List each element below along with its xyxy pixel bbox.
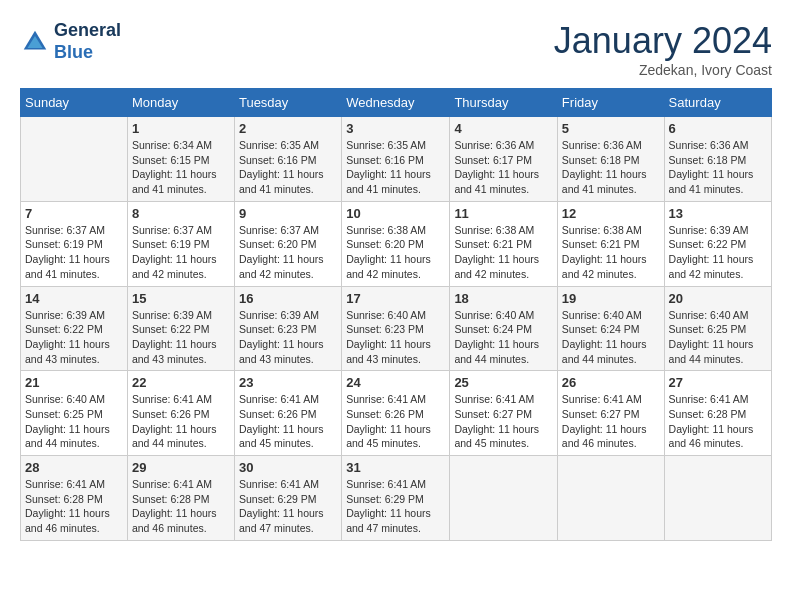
calendar-cell: 16Sunrise: 6:39 AMSunset: 6:23 PMDayligh… bbox=[234, 286, 341, 371]
calendar-cell: 13Sunrise: 6:39 AMSunset: 6:22 PMDayligh… bbox=[664, 201, 771, 286]
day-header-tuesday: Tuesday bbox=[234, 89, 341, 117]
logo: General Blue bbox=[20, 20, 121, 63]
calendar-cell: 8Sunrise: 6:37 AMSunset: 6:19 PMDaylight… bbox=[127, 201, 234, 286]
day-info: Sunrise: 6:37 AMSunset: 6:19 PMDaylight:… bbox=[132, 223, 230, 282]
week-row-2: 7Sunrise: 6:37 AMSunset: 6:19 PMDaylight… bbox=[21, 201, 772, 286]
calendar-cell: 26Sunrise: 6:41 AMSunset: 6:27 PMDayligh… bbox=[557, 371, 664, 456]
day-header-sunday: Sunday bbox=[21, 89, 128, 117]
calendar-cell: 23Sunrise: 6:41 AMSunset: 6:26 PMDayligh… bbox=[234, 371, 341, 456]
calendar-cell: 18Sunrise: 6:40 AMSunset: 6:24 PMDayligh… bbox=[450, 286, 557, 371]
day-number: 14 bbox=[25, 291, 123, 306]
day-info: Sunrise: 6:41 AMSunset: 6:27 PMDaylight:… bbox=[562, 392, 660, 451]
day-info: Sunrise: 6:37 AMSunset: 6:19 PMDaylight:… bbox=[25, 223, 123, 282]
day-info: Sunrise: 6:37 AMSunset: 6:20 PMDaylight:… bbox=[239, 223, 337, 282]
day-number: 26 bbox=[562, 375, 660, 390]
calendar-cell: 3Sunrise: 6:35 AMSunset: 6:16 PMDaylight… bbox=[342, 117, 450, 202]
week-row-5: 28Sunrise: 6:41 AMSunset: 6:28 PMDayligh… bbox=[21, 456, 772, 541]
day-info: Sunrise: 6:41 AMSunset: 6:28 PMDaylight:… bbox=[25, 477, 123, 536]
calendar-cell: 31Sunrise: 6:41 AMSunset: 6:29 PMDayligh… bbox=[342, 456, 450, 541]
day-info: Sunrise: 6:38 AMSunset: 6:21 PMDaylight:… bbox=[454, 223, 552, 282]
day-info: Sunrise: 6:39 AMSunset: 6:22 PMDaylight:… bbox=[132, 308, 230, 367]
calendar-cell: 17Sunrise: 6:40 AMSunset: 6:23 PMDayligh… bbox=[342, 286, 450, 371]
day-info: Sunrise: 6:40 AMSunset: 6:23 PMDaylight:… bbox=[346, 308, 445, 367]
day-info: Sunrise: 6:40 AMSunset: 6:24 PMDaylight:… bbox=[454, 308, 552, 367]
day-info: Sunrise: 6:40 AMSunset: 6:25 PMDaylight:… bbox=[25, 392, 123, 451]
calendar-cell: 14Sunrise: 6:39 AMSunset: 6:22 PMDayligh… bbox=[21, 286, 128, 371]
calendar-cell bbox=[21, 117, 128, 202]
day-number: 15 bbox=[132, 291, 230, 306]
day-info: Sunrise: 6:40 AMSunset: 6:25 PMDaylight:… bbox=[669, 308, 767, 367]
day-info: Sunrise: 6:41 AMSunset: 6:26 PMDaylight:… bbox=[346, 392, 445, 451]
location: Zedekan, Ivory Coast bbox=[554, 62, 772, 78]
calendar-cell: 24Sunrise: 6:41 AMSunset: 6:26 PMDayligh… bbox=[342, 371, 450, 456]
day-number: 11 bbox=[454, 206, 552, 221]
logo-text: General Blue bbox=[54, 20, 121, 63]
day-info: Sunrise: 6:39 AMSunset: 6:22 PMDaylight:… bbox=[669, 223, 767, 282]
day-info: Sunrise: 6:39 AMSunset: 6:23 PMDaylight:… bbox=[239, 308, 337, 367]
day-info: Sunrise: 6:40 AMSunset: 6:24 PMDaylight:… bbox=[562, 308, 660, 367]
day-info: Sunrise: 6:38 AMSunset: 6:20 PMDaylight:… bbox=[346, 223, 445, 282]
calendar-cell: 5Sunrise: 6:36 AMSunset: 6:18 PMDaylight… bbox=[557, 117, 664, 202]
day-number: 12 bbox=[562, 206, 660, 221]
day-header-saturday: Saturday bbox=[664, 89, 771, 117]
day-number: 19 bbox=[562, 291, 660, 306]
week-row-1: 1Sunrise: 6:34 AMSunset: 6:15 PMDaylight… bbox=[21, 117, 772, 202]
day-info: Sunrise: 6:41 AMSunset: 6:28 PMDaylight:… bbox=[132, 477, 230, 536]
day-number: 4 bbox=[454, 121, 552, 136]
day-number: 2 bbox=[239, 121, 337, 136]
calendar-cell: 2Sunrise: 6:35 AMSunset: 6:16 PMDaylight… bbox=[234, 117, 341, 202]
day-number: 5 bbox=[562, 121, 660, 136]
calendar-cell bbox=[557, 456, 664, 541]
day-info: Sunrise: 6:38 AMSunset: 6:21 PMDaylight:… bbox=[562, 223, 660, 282]
calendar-cell: 21Sunrise: 6:40 AMSunset: 6:25 PMDayligh… bbox=[21, 371, 128, 456]
calendar-cell: 4Sunrise: 6:36 AMSunset: 6:17 PMDaylight… bbox=[450, 117, 557, 202]
day-number: 6 bbox=[669, 121, 767, 136]
day-info: Sunrise: 6:41 AMSunset: 6:28 PMDaylight:… bbox=[669, 392, 767, 451]
day-number: 16 bbox=[239, 291, 337, 306]
day-header-friday: Friday bbox=[557, 89, 664, 117]
day-number: 23 bbox=[239, 375, 337, 390]
calendar-cell bbox=[664, 456, 771, 541]
calendar-cell: 20Sunrise: 6:40 AMSunset: 6:25 PMDayligh… bbox=[664, 286, 771, 371]
day-header-monday: Monday bbox=[127, 89, 234, 117]
day-number: 27 bbox=[669, 375, 767, 390]
page-header: General Blue January 2024 Zedekan, Ivory… bbox=[20, 20, 772, 78]
day-number: 1 bbox=[132, 121, 230, 136]
calendar-cell: 25Sunrise: 6:41 AMSunset: 6:27 PMDayligh… bbox=[450, 371, 557, 456]
day-info: Sunrise: 6:34 AMSunset: 6:15 PMDaylight:… bbox=[132, 138, 230, 197]
day-info: Sunrise: 6:41 AMSunset: 6:26 PMDaylight:… bbox=[132, 392, 230, 451]
day-header-wednesday: Wednesday bbox=[342, 89, 450, 117]
calendar-cell: 30Sunrise: 6:41 AMSunset: 6:29 PMDayligh… bbox=[234, 456, 341, 541]
day-info: Sunrise: 6:41 AMSunset: 6:29 PMDaylight:… bbox=[239, 477, 337, 536]
day-number: 9 bbox=[239, 206, 337, 221]
calendar-cell: 6Sunrise: 6:36 AMSunset: 6:18 PMDaylight… bbox=[664, 117, 771, 202]
day-number: 7 bbox=[25, 206, 123, 221]
calendar-cell: 27Sunrise: 6:41 AMSunset: 6:28 PMDayligh… bbox=[664, 371, 771, 456]
week-row-4: 21Sunrise: 6:40 AMSunset: 6:25 PMDayligh… bbox=[21, 371, 772, 456]
day-info: Sunrise: 6:41 AMSunset: 6:26 PMDaylight:… bbox=[239, 392, 337, 451]
calendar-table: SundayMondayTuesdayWednesdayThursdayFrid… bbox=[20, 88, 772, 541]
calendar-cell: 28Sunrise: 6:41 AMSunset: 6:28 PMDayligh… bbox=[21, 456, 128, 541]
day-number: 24 bbox=[346, 375, 445, 390]
calendar-cell: 11Sunrise: 6:38 AMSunset: 6:21 PMDayligh… bbox=[450, 201, 557, 286]
day-info: Sunrise: 6:35 AMSunset: 6:16 PMDaylight:… bbox=[239, 138, 337, 197]
day-number: 3 bbox=[346, 121, 445, 136]
day-number: 31 bbox=[346, 460, 445, 475]
calendar-cell bbox=[450, 456, 557, 541]
day-number: 13 bbox=[669, 206, 767, 221]
day-info: Sunrise: 6:36 AMSunset: 6:18 PMDaylight:… bbox=[562, 138, 660, 197]
day-info: Sunrise: 6:36 AMSunset: 6:18 PMDaylight:… bbox=[669, 138, 767, 197]
day-number: 21 bbox=[25, 375, 123, 390]
day-info: Sunrise: 6:36 AMSunset: 6:17 PMDaylight:… bbox=[454, 138, 552, 197]
day-number: 20 bbox=[669, 291, 767, 306]
calendar-cell: 22Sunrise: 6:41 AMSunset: 6:26 PMDayligh… bbox=[127, 371, 234, 456]
calendar-cell: 29Sunrise: 6:41 AMSunset: 6:28 PMDayligh… bbox=[127, 456, 234, 541]
calendar-cell: 10Sunrise: 6:38 AMSunset: 6:20 PMDayligh… bbox=[342, 201, 450, 286]
day-number: 8 bbox=[132, 206, 230, 221]
calendar-cell: 7Sunrise: 6:37 AMSunset: 6:19 PMDaylight… bbox=[21, 201, 128, 286]
calendar-header-row: SundayMondayTuesdayWednesdayThursdayFrid… bbox=[21, 89, 772, 117]
calendar-cell: 9Sunrise: 6:37 AMSunset: 6:20 PMDaylight… bbox=[234, 201, 341, 286]
day-number: 28 bbox=[25, 460, 123, 475]
day-number: 17 bbox=[346, 291, 445, 306]
title-block: January 2024 Zedekan, Ivory Coast bbox=[554, 20, 772, 78]
